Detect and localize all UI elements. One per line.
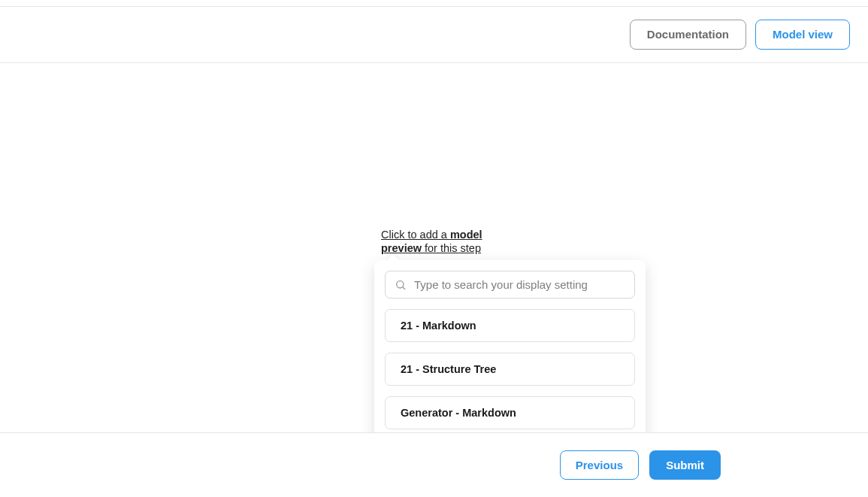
prompt-suffix: for this step: [422, 242, 481, 254]
add-model-preview-link[interactable]: Click to add a model preview for this st…: [381, 228, 495, 255]
submit-button[interactable]: Submit: [649, 450, 721, 480]
documentation-button[interactable]: Documentation: [630, 20, 746, 50]
main-area: Click to add a model preview for this st…: [0, 63, 868, 432]
model-view-button[interactable]: Model view: [755, 20, 850, 50]
header-toolbar: Documentation Model view: [0, 7, 868, 63]
previous-button[interactable]: Previous: [560, 450, 639, 480]
svg-line-1: [403, 286, 405, 289]
option-generator-markdown[interactable]: Generator - Markdown: [385, 396, 635, 429]
option-21-structure-tree[interactable]: 21 - Structure Tree: [385, 353, 635, 386]
option-21-markdown[interactable]: 21 - Markdown: [385, 309, 635, 342]
search-row: [385, 271, 635, 299]
prompt-prefix: Click to add a: [381, 229, 450, 241]
svg-point-0: [397, 280, 404, 287]
search-icon: [395, 279, 407, 291]
footer-toolbar: Previous Submit: [0, 432, 868, 497]
search-input[interactable]: [414, 278, 625, 291]
